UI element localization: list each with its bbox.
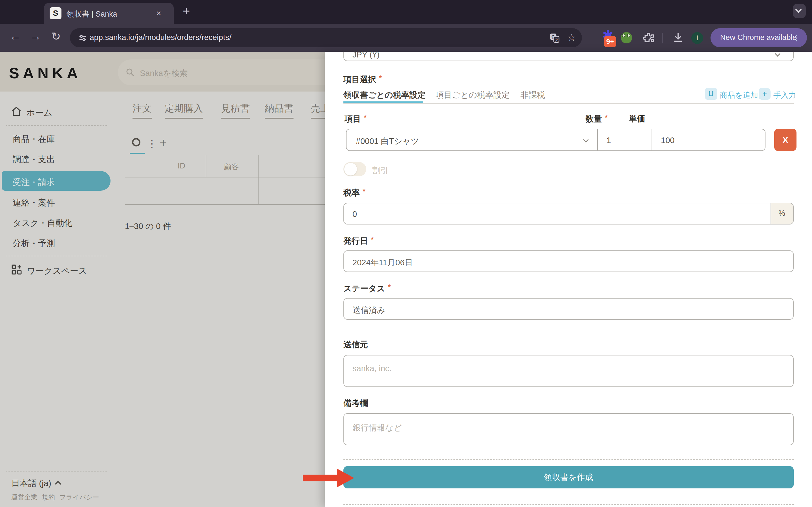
annotation-arrow — [303, 474, 337, 482]
chrome-update-button[interactable]: New Chrome available ⋮ — [711, 28, 807, 47]
sidebar-item-home[interactable]: ホーム — [27, 107, 52, 119]
extensions-puzzle-icon[interactable] — [642, 31, 655, 45]
profile-avatar[interactable]: I — [691, 32, 703, 44]
sidebar-item-procurement[interactable]: 調達・支出 — [13, 154, 55, 165]
discount-toggle[interactable] — [343, 162, 366, 176]
search-icon — [125, 67, 135, 77]
chevron-down-icon — [795, 6, 802, 13]
url-text[interactable]: app.sanka.io/ja/modules/orders/receipts/ — [90, 33, 232, 42]
footer-link-company[interactable]: 運営企業 — [11, 494, 37, 501]
sidebar-footer-links: 運営企業 規約 プライバシー — [11, 493, 99, 502]
form-divider — [343, 459, 794, 460]
percent-suffix: % — [770, 203, 793, 224]
favicon: S — [50, 7, 61, 19]
cell-divider — [652, 129, 652, 151]
translate-icon[interactable]: G 文 — [549, 33, 560, 43]
unit-price-label: 単価 — [629, 113, 645, 124]
issue-date-input[interactable]: 2024年11月06日 — [352, 257, 413, 269]
extension-burst-icon[interactable]: 9+ — [600, 30, 616, 46]
site-settings-icon[interactable] — [78, 33, 87, 43]
tab-tax-exempt[interactable]: 非課税 — [520, 90, 545, 101]
column-header-id[interactable]: ID — [177, 162, 185, 170]
tab-orders[interactable]: 注文 — [133, 102, 152, 119]
bookmark-star-icon[interactable]: ☆ — [567, 32, 576, 43]
table-header-border — [125, 177, 325, 177]
discount-label: 割引 — [372, 165, 389, 176]
language-selector[interactable]: 日本語 (ja) — [11, 478, 51, 489]
workspace-grid-icon — [11, 264, 22, 276]
tab-subscriptions[interactable]: 定期購入 — [165, 102, 203, 119]
remove-item-button[interactable]: X — [774, 129, 797, 151]
sidebar-item-analytics[interactable]: 分析・予測 — [13, 238, 55, 249]
currency-select[interactable]: JPY (¥) — [343, 52, 794, 61]
tab-quotes[interactable]: 見積書 — [221, 102, 250, 119]
form-tabs-border — [343, 103, 794, 104]
global-search[interactable]: Sankaを検索 — [118, 59, 325, 86]
sidebar: SANKA ホーム 商品・在庫 調達・支出 受注・請求 連絡・案件 タスク・自動… — [0, 52, 113, 507]
footer-link-terms[interactable]: 規約 — [42, 494, 55, 501]
sidebar-item-workspace[interactable]: ワークスペース — [27, 265, 87, 277]
quantity-label: 数量* — [586, 113, 608, 125]
view-circle-icon[interactable] — [132, 138, 140, 147]
status-label: ステータス* — [343, 283, 391, 294]
browser-tab-bar: S 領収書 | Sanka × + — [0, 0, 812, 24]
status-input[interactable]: 送信済み — [352, 305, 386, 316]
sidebar-item-orders-active[interactable]: 受注・請求 — [2, 171, 110, 191]
back-button[interactable]: ← — [10, 30, 21, 43]
unit-price-input[interactable]: 100 — [661, 136, 674, 145]
sidebar-divider — [6, 256, 107, 256]
add-view-icon[interactable]: + — [160, 136, 167, 150]
browser-tab[interactable]: S 領収書 | Sanka × — [44, 3, 174, 24]
status-field[interactable]: 送信済み — [343, 298, 794, 320]
reload-button[interactable]: ↻ — [51, 30, 61, 43]
notes-textarea[interactable]: 銀行情報など — [343, 413, 794, 445]
screen: S 領収書 | Sanka × + ← → ↻ app.sanka.io/ja/… — [0, 0, 812, 507]
issue-date-field[interactable]: 2024年11月06日 — [343, 250, 794, 272]
new-tab-button[interactable]: + — [183, 4, 190, 18]
add-product-button[interactable]: 商品を追加 — [720, 90, 758, 100]
required-mark: * — [379, 74, 382, 82]
tab-sales[interactable]: 売上 — [311, 102, 325, 119]
item-row: #0001 白Tシャツ 1 100 — [346, 129, 765, 151]
tax-rate-field[interactable]: 0 % — [343, 203, 794, 224]
sidebar-divider — [6, 125, 107, 126]
tab-per-item-tax[interactable]: 項目ごとの税率設定 — [436, 90, 510, 101]
manual-input-button[interactable]: 手入力 — [773, 90, 796, 100]
search-band: Sankaを検索 — [113, 52, 325, 92]
download-icon[interactable] — [672, 31, 684, 44]
forward-button[interactable]: → — [30, 30, 41, 43]
url-bar[interactable]: app.sanka.io/ja/modules/orders/receipts/… — [70, 28, 582, 47]
tab-close-icon[interactable]: × — [156, 8, 161, 18]
sender-textarea[interactable]: sanka, inc. — [343, 355, 794, 387]
kebab-menu-icon[interactable]: ⋮ — [793, 33, 801, 43]
column-header-customer[interactable]: 顧客 — [224, 162, 239, 172]
currency-value: JPY (¥) — [352, 52, 379, 59]
tax-rate-input[interactable]: 0 — [352, 210, 357, 219]
item-select-value[interactable]: #0001 白Tシャツ — [356, 136, 419, 147]
cell-divider — [597, 129, 598, 151]
sidebar-item-products[interactable]: 商品・在庫 — [13, 133, 55, 145]
sidebar-item-contacts[interactable]: 連絡・案件 — [13, 197, 55, 209]
sender-placeholder: sanka, inc. — [352, 364, 392, 373]
quantity-input[interactable]: 1 — [606, 136, 611, 145]
tab-title: 領収書 | Sanka — [66, 9, 117, 19]
tab-search-button[interactable] — [793, 4, 806, 18]
add-product-bag-icon[interactable]: U — [705, 88, 717, 100]
create-receipt-button[interactable]: 領収書を作成 — [343, 466, 794, 489]
issue-date-label: 発行日* — [343, 235, 373, 247]
app-logo[interactable]: SANKA — [9, 64, 82, 82]
frog-extension-icon[interactable] — [621, 32, 632, 43]
logo-band: SANKA — [0, 52, 113, 92]
tab-per-receipt-tax[interactable]: 領収書ごとの税率設定 — [343, 90, 426, 101]
sidebar-item-tasks[interactable]: タスク・自動化 — [13, 217, 72, 229]
tab-delivery[interactable]: 納品書 — [265, 102, 294, 119]
extension-badge: 9+ — [604, 36, 616, 47]
footer-link-privacy[interactable]: プライバシー — [59, 494, 99, 501]
main-content: Sankaを検索 注文 定期購入 見積書 納品書 売上 ⋮ + ID 顧客 1–… — [113, 52, 325, 507]
toggle-knob — [344, 163, 357, 175]
notes-label: 備考欄 — [343, 398, 368, 409]
chevron-up-icon[interactable] — [55, 481, 61, 487]
view-options-dots-icon[interactable]: ⋮ — [147, 138, 157, 149]
manual-input-plus-icon[interactable]: + — [759, 88, 770, 100]
table-row-border — [125, 204, 325, 205]
